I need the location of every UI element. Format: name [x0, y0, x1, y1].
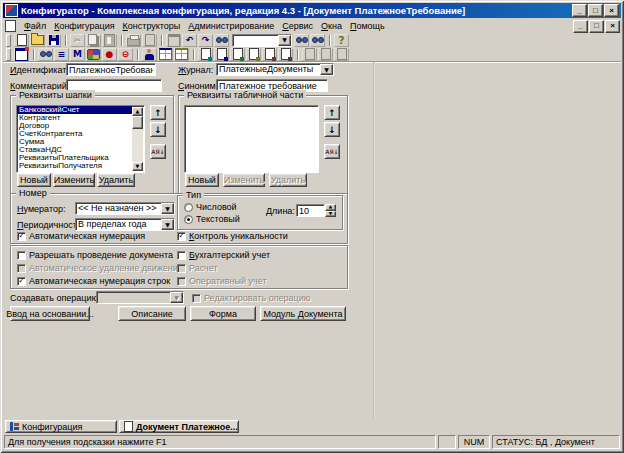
- move-up-button[interactable]: ↑: [324, 105, 340, 120]
- minimize-button[interactable]: _: [572, 4, 587, 17]
- rights-editor-button[interactable]: [174, 48, 189, 61]
- disabled-action-button-3[interactable]: [334, 48, 349, 61]
- enter-on-basis-button[interactable]: Ввод на основании...: [10, 306, 90, 321]
- app-icon[interactable]: [5, 4, 18, 17]
- disabled-action-button-1[interactable]: [302, 48, 317, 61]
- text-radio[interactable]: Текстовый: [184, 214, 240, 224]
- auto-delete-movements-checkbox[interactable]: Автоматическое удаление движений: [17, 263, 183, 273]
- description-button[interactable]: Описание: [118, 306, 186, 321]
- window-tab-configuration[interactable]: Конфигурация: [5, 420, 117, 433]
- unique-control-checkbox[interactable]: ✓ Контроль уникальности: [177, 231, 288, 241]
- auto-numbering-checkbox[interactable]: ✓ Автоматическая нумерация: [17, 231, 145, 241]
- mdi-child-system-icon[interactable]: [5, 20, 16, 32]
- table-new-button[interactable]: Новый: [185, 173, 219, 187]
- dropdown-arrow-icon[interactable]: ▼: [278, 35, 291, 46]
- open-configuration-button[interactable]: [14, 48, 29, 61]
- table-delete-button[interactable]: Удалить: [269, 173, 307, 187]
- periodicity-combobox[interactable]: В пределах года ▼: [75, 218, 175, 231]
- form-button[interactable]: Форма: [190, 306, 256, 321]
- checkbox-checked-icon[interactable]: ✓: [17, 232, 26, 241]
- journal-combobox[interactable]: ПлатежныеДокументы ▼: [216, 63, 334, 76]
- table-edit-button[interactable]: Изменить: [223, 173, 265, 187]
- config-action-button-4[interactable]: [246, 48, 261, 61]
- spin-down-icon[interactable]: ▼: [325, 211, 336, 218]
- modules-button[interactable]: ≡: [54, 48, 69, 61]
- radio-icon[interactable]: [184, 203, 193, 212]
- disabled-action-button-2[interactable]: [318, 48, 333, 61]
- header-new-button[interactable]: Новый: [17, 173, 51, 187]
- menu-file[interactable]: Файл: [20, 20, 50, 32]
- toolbar-grip[interactable]: [6, 34, 11, 47]
- child-restore-button[interactable]: □: [589, 20, 604, 33]
- length-spinner[interactable]: 10 ▲ ▼: [296, 204, 336, 217]
- checkbox-icon[interactable]: [17, 264, 26, 273]
- header-edit-button[interactable]: Изменить: [53, 173, 95, 187]
- paste-button[interactable]: [102, 34, 117, 47]
- restore-button[interactable]: □: [588, 4, 603, 17]
- auto-line-numbering-checkbox[interactable]: ✓ Автоматическая нумерация строк: [17, 276, 170, 286]
- dropdown-arrow-icon[interactable]: ▼: [161, 219, 174, 230]
- print-preview-button[interactable]: [142, 34, 157, 47]
- user-editor-button[interactable]: [142, 48, 157, 61]
- edit-operation-checkbox[interactable]: Редактировать операцию: [192, 293, 311, 303]
- config-action-button-6[interactable]: [278, 48, 293, 61]
- config-action-button-2[interactable]: [214, 48, 229, 61]
- checkbox-icon[interactable]: [192, 294, 201, 303]
- new-document-button[interactable]: [14, 34, 29, 47]
- config-action-button-1[interactable]: [198, 48, 213, 61]
- numeric-radio[interactable]: Числовой: [184, 202, 237, 212]
- child-close-button[interactable]: ×: [605, 20, 620, 33]
- list-scrollbar[interactable]: ▲ ▼: [132, 107, 143, 171]
- numerator-combobox[interactable]: << Не назначен >> ▼: [75, 202, 175, 215]
- accounting-checkbox[interactable]: Бухгалтерский учет: [177, 250, 270, 260]
- find-button[interactable]: [214, 34, 229, 47]
- copy-button[interactable]: [86, 34, 101, 47]
- move-down-button[interactable]: ↓: [150, 122, 166, 137]
- move-down-button[interactable]: ↓: [324, 122, 340, 137]
- allow-posting-checkbox[interactable]: Разрешать проведение документа: [17, 250, 173, 260]
- table-attrs-list[interactable]: [184, 105, 319, 173]
- interface-editor-button[interactable]: [158, 48, 173, 61]
- cut-button[interactable]: ✂: [70, 34, 85, 47]
- undo-button[interactable]: ↶: [182, 34, 197, 47]
- bookmarks-button[interactable]: М: [70, 48, 85, 61]
- child-minimize-button[interactable]: _: [573, 20, 588, 33]
- menu-service[interactable]: Сервис: [278, 20, 317, 32]
- checkbox-checked-icon[interactable]: ✓: [177, 232, 186, 241]
- list-item[interactable]: РеквизитыПолучателя: [17, 162, 132, 170]
- menu-administration[interactable]: Администрирование: [184, 20, 278, 32]
- move-up-button[interactable]: ↑: [150, 105, 166, 120]
- header-delete-button[interactable]: Удалить: [97, 173, 135, 187]
- toolbar-grip[interactable]: [6, 48, 11, 61]
- dropdown-arrow-icon[interactable]: ▼: [320, 64, 333, 75]
- create-operation-combobox[interactable]: ▼: [96, 291, 184, 304]
- checkbox-icon[interactable]: [177, 251, 186, 260]
- scroll-up-icon[interactable]: ▲: [132, 107, 143, 116]
- config-action-button-3[interactable]: [230, 48, 245, 61]
- close-button[interactable]: ×: [604, 4, 619, 17]
- header-attrs-list[interactable]: БанковскийСчет Контрагент Договор СчетКо…: [16, 105, 145, 173]
- dropdown-arrow-icon[interactable]: ▼: [170, 292, 183, 303]
- help-button[interactable]: ?: [334, 34, 349, 47]
- find-in-texts-button[interactable]: [38, 48, 53, 61]
- checkbox-icon[interactable]: [177, 264, 186, 273]
- identifier-input[interactable]: [66, 63, 156, 76]
- search-combobox[interactable]: ▼: [232, 34, 292, 47]
- palette-button[interactable]: [86, 48, 101, 61]
- save-button[interactable]: [46, 34, 61, 47]
- scroll-down-icon[interactable]: ▼: [132, 162, 143, 171]
- menu-constructors[interactable]: Конструкторы: [119, 20, 185, 32]
- sort-button[interactable]: АЯ↓: [324, 144, 340, 159]
- redo-button[interactable]: ↷: [198, 34, 213, 47]
- checkbox-icon[interactable]: [17, 251, 26, 260]
- radio-selected-icon[interactable]: [184, 215, 193, 224]
- sort-button[interactable]: АЯ↓: [150, 144, 166, 159]
- checkbox-icon[interactable]: [177, 277, 186, 286]
- dropdown-arrow-icon[interactable]: ▼: [161, 203, 174, 214]
- open-button[interactable]: [30, 34, 45, 47]
- document-module-button[interactable]: Модуль Документа: [260, 306, 346, 321]
- find-previous-button[interactable]: [310, 34, 325, 47]
- operational-accounting-checkbox[interactable]: Оперативный учет: [177, 276, 267, 286]
- menu-help[interactable]: Помощь: [346, 20, 389, 32]
- checkbox-checked-icon[interactable]: ✓: [17, 277, 26, 286]
